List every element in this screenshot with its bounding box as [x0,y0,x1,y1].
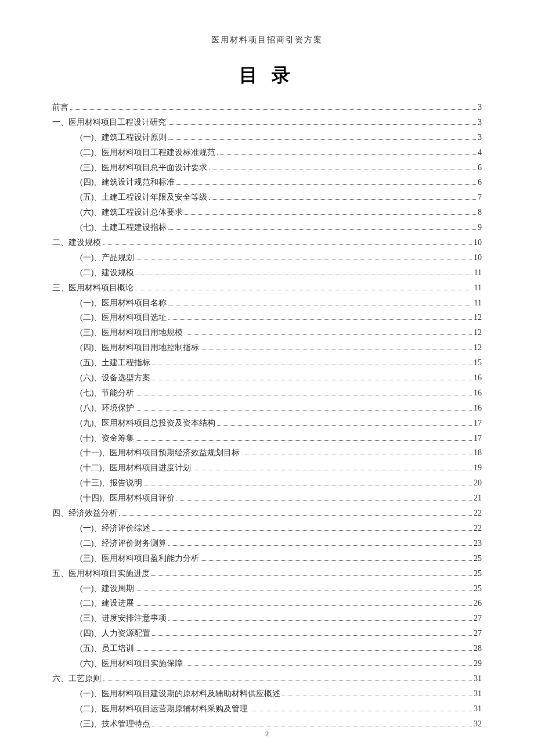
toc-entry-page: 31 [474,686,482,701]
toc-entry-label: (七)、土建工程建设指标 [80,220,167,235]
toc-dots [136,605,472,606]
toc-entry[interactable]: (三)、医用材料项目盈利能力分析25 [52,551,482,566]
toc-entry-label: (五)、土建工程指标 [80,355,150,370]
toc-entry-label: (六)、医用材料项目实施保障 [80,656,183,671]
toc-entry-page: 25 [474,551,482,566]
toc-entry[interactable]: (四)、医用材料项目用地控制指标12 [52,340,482,355]
toc-dots [185,334,472,335]
toc-entry[interactable]: (三)、医用材料项目总平面设计要求6 [52,160,482,175]
toc-entry-page: 26 [474,596,482,611]
toc-entry[interactable]: 六、工艺原则31 [52,671,482,686]
toc-entry-page: 3 [478,115,482,130]
toc-title: 目 录 [52,63,482,88]
toc-entry[interactable]: (一)、医用材料项目名称11 [52,296,482,311]
toc-entry-page: 22 [474,506,482,521]
toc-entry-label: (十)、资金筹集 [80,431,134,446]
toc-dots [217,425,472,426]
toc-entry-page: 12 [474,340,482,355]
toc-dots [168,124,476,125]
toc-entry-label: (六)、设备选型方案 [80,370,150,386]
toc-entry[interactable]: (六)、医用材料项目实施保障29 [52,656,482,671]
toc-entry-label: (一)、医用材料项目名称 [80,296,167,311]
toc-entry-label: (七)、节能分析 [80,386,134,401]
toc-dots [152,726,472,726]
toc-dots [136,591,472,591]
toc-entry-label: (二)、医用材料项目运营期原辅材料采购及管理 [80,701,248,717]
toc-entry-page: 10 [474,250,482,265]
toc-entry[interactable]: (二)、医用材料项目选址12 [52,310,482,325]
toc-entry-label: 前言 [52,100,68,115]
toc-entry[interactable]: (三)、进度安排注意事项27 [52,611,482,626]
toc-entry-label: (十三)、报告说明 [80,476,142,491]
toc-entry[interactable]: (一)、建筑工程设计原则3 [52,130,482,145]
toc-dots [70,109,476,110]
toc-entry-label: (一)、经济评价综述 [80,521,150,536]
toc-entry[interactable]: (四)、人力资源配置27 [52,626,482,641]
toc-entry[interactable]: (四)、建筑设计规范和标准6 [52,175,482,190]
toc-entry[interactable]: (十二)、医用材料项目进度计划19 [52,460,482,476]
toc-entry[interactable]: (一)、经济评价综述22 [52,521,482,536]
toc-entry-page: 20 [474,476,482,491]
toc-entry-label: (九)、医用材料项目总投资及资本结构 [80,416,215,431]
toc-entry[interactable]: (一)、医用材料项目建设期的原材料及辅助材料供应概述31 [52,686,482,701]
toc-entry[interactable]: (二)、建设进展26 [52,596,482,611]
toc-entry-page: 17 [474,416,482,431]
toc-entry[interactable]: (二)、医用材料项目运营期原辅材料采购及管理31 [52,701,482,717]
toc-entry[interactable]: (二)、经济评价财务测算23 [52,536,482,551]
toc-entry[interactable]: (二)、医用材料项目工程建设标准规范4 [52,145,482,160]
toc-dots [168,319,472,320]
toc-entry-label: (三)、医用材料项目用地规模 [80,325,183,340]
toc-entry[interactable]: (六)、建筑工程设计总体要求8 [52,205,482,220]
toc-dots [282,696,472,696]
toc-entry-label: (一)、产品规划 [80,250,134,265]
toc-entry-label: (四)、人力资源配置 [80,626,150,641]
toc-entry-page: 27 [474,626,482,641]
toc-dots [168,620,472,621]
toc-dots [168,545,472,546]
toc-entry-page: 7 [478,190,482,205]
toc-dots [136,260,472,260]
toc-entry[interactable]: (十)、资金筹集17 [52,431,482,446]
toc-entry[interactable]: (三)、医用材料项目用地规模12 [52,325,482,340]
toc-dots [103,244,472,245]
toc-entry-label: 一、医用材料项目工程设计研究 [52,115,166,130]
toc-entry[interactable]: 二、建设规模10 [52,235,482,250]
toc-entry-page: 31 [474,701,482,717]
toc-entry[interactable]: (五)、员工培训28 [52,641,482,656]
toc-entry[interactable]: 前言3 [52,100,482,115]
toc-dots [136,650,472,651]
toc-entry-page: 16 [474,386,482,401]
toc-dots [201,350,472,350]
toc-entry[interactable]: (十一)、医用材料项目预期经济效益规划目标18 [52,445,482,460]
toc-entry-label: 四、经济效益分析 [52,506,117,521]
toc-entry-label: (一)、医用材料项目建设期的原材料及辅助材料供应概述 [80,686,280,701]
toc-entry[interactable]: (八)、环境保护16 [52,401,482,416]
toc-entry[interactable]: 四、经济效益分析22 [52,506,482,521]
toc-entry[interactable]: (五)、土建工程设计年限及安全等级7 [52,190,482,205]
toc-dots [136,395,472,395]
toc-entry[interactable]: 一、医用材料项目工程设计研究3 [52,115,482,130]
toc-entry[interactable]: (五)、土建工程指标15 [52,355,482,370]
toc-dots [152,635,472,636]
toc-entry[interactable]: 五、医用材料项目实施进度25 [52,566,482,581]
toc-entry-page: 3 [478,130,482,145]
toc-dots [201,560,472,561]
toc-entry[interactable]: (一)、建设周期25 [52,581,482,596]
toc-entry[interactable]: (六)、设备选型方案16 [52,370,482,386]
toc-dots [152,380,472,380]
toc-entry[interactable]: (十四)、医用材料项目评价21 [52,491,482,506]
toc-dots [168,139,476,140]
toc-entry[interactable]: (一)、产品规划10 [52,250,482,265]
toc-entry-page: 9 [478,220,482,235]
toc-dots [241,455,472,455]
toc-entry[interactable]: (二)、建设规模11 [52,265,482,280]
toc-entry-label: 三、医用材料项目概论 [52,280,134,296]
toc-entry-label: (三)、医用材料项目总平面设计要求 [80,160,207,175]
toc-entry[interactable]: (十三)、报告说明20 [52,476,482,491]
toc-entry[interactable]: (九)、医用材料项目总投资及资本结构17 [52,416,482,431]
toc-entry[interactable]: (七)、节能分析16 [52,386,482,401]
toc-entry-label: (六)、建筑工程设计总体要求 [80,205,183,220]
toc-entry[interactable]: 三、医用材料项目概论11 [52,280,482,296]
toc-dots [135,290,472,290]
toc-entry[interactable]: (七)、土建工程建设指标9 [52,220,482,235]
